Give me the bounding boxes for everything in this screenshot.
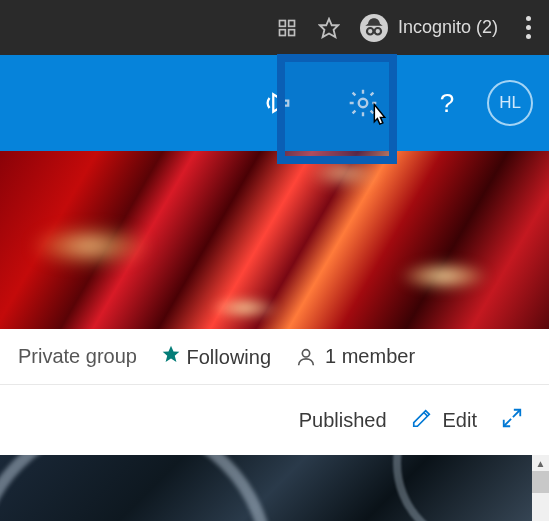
- following-label: Following: [187, 346, 271, 368]
- member-count: 1 member: [325, 345, 415, 368]
- svg-marker-9: [163, 346, 180, 362]
- person-icon: [295, 346, 317, 368]
- browser-bar: Incognito (2): [0, 0, 549, 55]
- pencil-icon: [411, 407, 433, 434]
- help-label: ?: [440, 88, 454, 119]
- svg-line-12: [513, 409, 520, 416]
- vertical-scrollbar[interactable]: ▲: [532, 455, 549, 521]
- svg-rect-0: [279, 20, 285, 26]
- extensions-icon[interactable]: [276, 17, 298, 39]
- members-button[interactable]: 1 member: [295, 345, 415, 368]
- follow-button[interactable]: Following: [161, 344, 271, 369]
- scroll-up-arrow-icon[interactable]: ▲: [532, 455, 549, 471]
- svg-rect-1: [289, 20, 295, 26]
- incognito-icon: [360, 14, 388, 42]
- svg-point-5: [367, 28, 374, 35]
- privacy-label: Private group: [18, 345, 137, 368]
- megaphone-icon[interactable]: [253, 79, 301, 127]
- app-header: ? HL: [0, 55, 549, 151]
- svg-marker-4: [320, 18, 338, 36]
- user-avatar-button[interactable]: HL: [487, 80, 533, 126]
- edit-button[interactable]: Edit: [411, 407, 477, 434]
- page-content-image: [0, 455, 549, 521]
- svg-line-13: [504, 418, 511, 425]
- incognito-label: Incognito (2): [398, 17, 498, 38]
- star-icon: [161, 346, 187, 368]
- user-initials: HL: [499, 93, 521, 113]
- bookmark-star-icon[interactable]: [318, 17, 340, 39]
- expand-icon: [501, 407, 523, 429]
- scrollbar-thumb[interactable]: [532, 471, 549, 493]
- hero-banner-image: [0, 151, 549, 329]
- svg-point-10: [302, 349, 309, 356]
- help-button[interactable]: ?: [423, 79, 471, 127]
- publish-status: Published: [299, 409, 387, 432]
- expand-button[interactable]: [501, 407, 523, 434]
- incognito-indicator[interactable]: Incognito (2): [360, 14, 498, 42]
- cursor-pointer-icon: [363, 101, 393, 139]
- svg-rect-2: [279, 29, 285, 35]
- group-info-bar: Private group Following 1 member: [0, 329, 549, 385]
- page-action-bar: Published Edit: [0, 385, 549, 455]
- browser-menu-icon[interactable]: [518, 16, 539, 39]
- svg-rect-3: [289, 29, 295, 35]
- edit-label: Edit: [443, 409, 477, 432]
- svg-point-6: [374, 28, 381, 35]
- settings-button[interactable]: [329, 79, 397, 127]
